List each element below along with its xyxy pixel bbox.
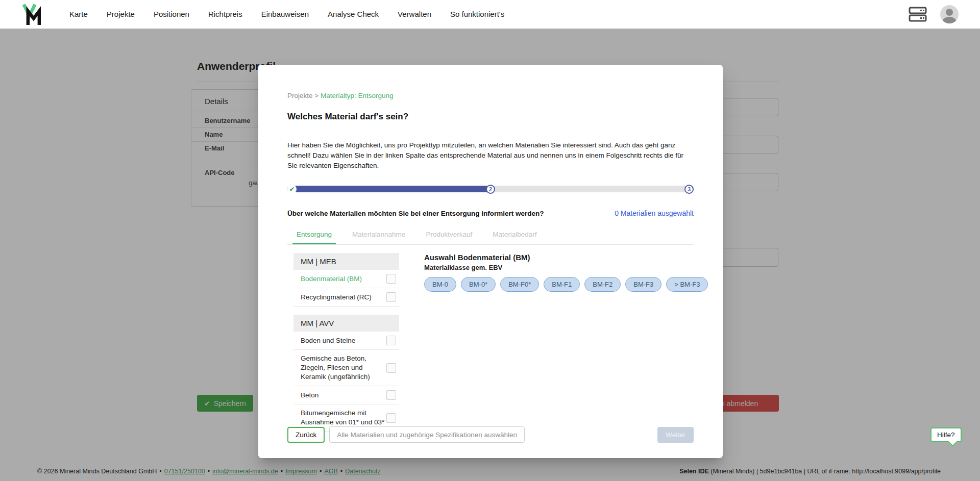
top-navigation: Karte Projekte Positionen Richtpreis Ein… bbox=[0, 0, 980, 29]
list-item-beton[interactable]: Beton bbox=[293, 386, 399, 404]
question-row: Über welche Materialien möchten Sie bei … bbox=[287, 209, 694, 217]
selected-count-link[interactable]: 0 Materialien ausgewählt bbox=[615, 209, 694, 217]
next-button-disabled[interactable]: Weiter bbox=[657, 427, 694, 443]
breadcrumb-separator: > bbox=[314, 92, 318, 99]
list-item-bodenmaterial[interactable]: Bodenmaterial (BM) bbox=[293, 270, 399, 288]
nav-item-karte[interactable]: Karte bbox=[69, 10, 88, 18]
pill-bm-f3[interactable]: BM-F3 bbox=[625, 277, 662, 292]
step-1-complete: ✔ bbox=[287, 185, 297, 194]
list-item-recyclingmaterial[interactable]: Recyclingmaterial (RC) bbox=[293, 288, 399, 307]
dialog-title: Welches Material darf's sein? bbox=[287, 112, 694, 122]
dialog-description: Hier haben Sie die Möglichkeit, uns pro … bbox=[287, 140, 694, 171]
section-header-mm-avv: MM | AVV bbox=[293, 315, 399, 332]
material-type-tabs: Entsorgung Materialannahme Produktverkau… bbox=[287, 227, 694, 245]
tab-entsorgung[interactable]: Entsorgung bbox=[292, 227, 336, 244]
breadcrumb-current: Materialtyp: Entsorgung bbox=[321, 92, 394, 99]
pill-bm-f1[interactable]: BM-F1 bbox=[544, 277, 580, 292]
nav-item-verwalten[interactable]: Verwalten bbox=[398, 10, 431, 18]
user-avatar[interactable] bbox=[940, 5, 959, 23]
question-text: Über welche Materialien möchten Sie bei … bbox=[287, 210, 544, 217]
selection-panel: Auswahl Bodenmaterial (BM) Materialklass… bbox=[424, 253, 708, 432]
server-icon[interactable] bbox=[909, 7, 927, 22]
dialog-columns: MM | MEB Bodenmaterial (BM) Recyclingmat… bbox=[287, 253, 694, 432]
nav-item-projekte[interactable]: Projekte bbox=[107, 10, 135, 18]
selection-panel-title: Auswahl Bodenmaterial (BM) bbox=[424, 253, 708, 262]
step-2-current: 2 bbox=[486, 185, 495, 194]
checkbox-gemische[interactable] bbox=[386, 363, 396, 373]
list-item-label: Bitumengemische mit Ausnahme von 01* und… bbox=[301, 409, 386, 427]
checkbox-beton[interactable] bbox=[386, 390, 396, 400]
help-bubble[interactable]: Hilfe? bbox=[930, 427, 962, 442]
back-button[interactable]: Zurück bbox=[287, 427, 325, 443]
checkbox-bodenmaterial[interactable] bbox=[386, 274, 396, 284]
checkbox-boden-und-steine[interactable] bbox=[386, 336, 396, 345]
progress-fill bbox=[287, 186, 491, 192]
nav-right-controls bbox=[909, 5, 980, 23]
avatar-head bbox=[946, 9, 953, 16]
step-3: 3 bbox=[684, 185, 694, 194]
checkbox-recyclingmaterial[interactable] bbox=[386, 292, 396, 302]
breadcrumb-root[interactable]: Projekte bbox=[287, 92, 313, 99]
nav-item-so-funktionierts[interactable]: So funktioniert's bbox=[450, 10, 504, 18]
dialog-footer: Zurück Alle Materialien und zugehörige S… bbox=[287, 426, 694, 443]
material-class-pills: BM-0 BM-0* BM-F0* BM-F1 BM-F2 BM-F3 > BM… bbox=[424, 277, 708, 292]
tab-materialannahme[interactable]: Materialannahme bbox=[348, 227, 409, 244]
list-item-label: Gemische aus Beton, Ziegeln, Fliesen und… bbox=[301, 354, 386, 382]
checkbox-bitumengemische[interactable] bbox=[386, 413, 396, 423]
avatar-body bbox=[942, 17, 957, 23]
pill-bm-f2[interactable]: BM-F2 bbox=[584, 277, 621, 292]
material-selection-dialog: Projekte > Materialtyp: Entsorgung Welch… bbox=[258, 65, 723, 458]
list-item-label: Boden und Steine bbox=[301, 336, 386, 345]
pill-bm-0[interactable]: BM-0 bbox=[424, 277, 456, 292]
nav-item-einbauweisen[interactable]: Einbauweisen bbox=[261, 10, 309, 18]
tab-materialbedarf[interactable]: Materialbedarf bbox=[488, 227, 541, 244]
selection-panel-subtitle: Materialklasse gem. EBV bbox=[424, 264, 708, 271]
list-item-label: Bodenmaterial (BM) bbox=[301, 274, 386, 284]
nav-item-analyse-check[interactable]: Analyse Check bbox=[328, 10, 379, 18]
list-item-label: Beton bbox=[301, 391, 386, 400]
nav-item-richtpreis[interactable]: Richtpreis bbox=[208, 10, 242, 18]
list-item-gemische[interactable]: Gemische aus Beton, Ziegeln, Fliesen und… bbox=[293, 350, 399, 386]
pill-gt-bm-f3[interactable]: > BM-F3 bbox=[666, 277, 708, 292]
pill-bm-f0s[interactable]: BM-F0* bbox=[500, 277, 539, 292]
nav-item-positionen[interactable]: Positionen bbox=[154, 10, 189, 18]
material-list: MM | MEB Bodenmaterial (BM) Recyclingmat… bbox=[293, 253, 399, 432]
tab-produktverkauf[interactable]: Produktverkauf bbox=[422, 227, 476, 244]
pill-bm-0s[interactable]: BM-0* bbox=[461, 277, 496, 292]
list-item-label: Recyclingmaterial (RC) bbox=[301, 293, 386, 302]
select-all-button[interactable]: Alle Materialien und zugehörige Spezifik… bbox=[329, 426, 525, 443]
list-item-boden-und-steine[interactable]: Boden und Steine bbox=[293, 332, 399, 350]
section-header-mm-meb: MM | MEB bbox=[293, 253, 399, 270]
breadcrumb: Projekte > Materialtyp: Entsorgung bbox=[287, 92, 694, 99]
progress-stepper: ✔ 2 3 bbox=[287, 185, 694, 194]
mineral-minds-logo-icon[interactable] bbox=[21, 3, 44, 26]
